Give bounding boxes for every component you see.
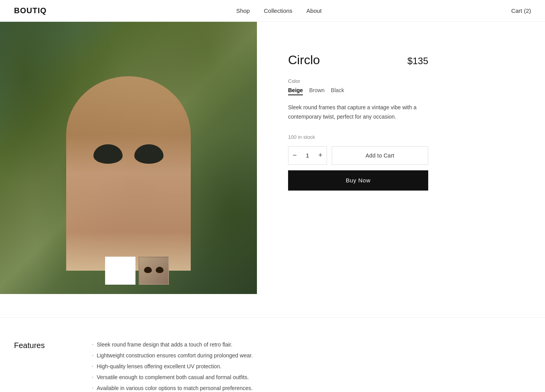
thumb-product-icon <box>144 267 164 275</box>
color-options: Beige Brown Black <box>288 87 428 95</box>
quantity-decrease-button[interactable]: − <box>288 146 301 165</box>
product-price: $135 <box>408 56 428 66</box>
feature-item-2: Lightweight construction ensures comfort… <box>92 352 253 359</box>
buy-now-button[interactable]: Buy Now <box>288 170 428 191</box>
features-title: Features <box>14 341 61 392</box>
purchase-row: − 1 + Add to Cart <box>288 146 428 165</box>
feature-item-4: Versatile enough to complement both casu… <box>92 374 253 381</box>
color-beige[interactable]: Beige <box>288 87 303 95</box>
navbar: BOUTIQ Shop Collections About Cart (2) <box>0 0 545 22</box>
stock-info: 100 in stock <box>288 134 428 140</box>
feature-item-1: Sleek round frame design that adds a tou… <box>92 341 253 348</box>
color-black[interactable]: Black <box>331 87 344 95</box>
thumbnail-2[interactable] <box>139 257 169 285</box>
color-section: Color Beige Brown Black <box>288 78 428 95</box>
model-silhouette <box>66 76 191 271</box>
features-list: Sleek round frame design that adds a tou… <box>92 341 253 392</box>
add-to-cart-button[interactable]: Add to Cart <box>332 146 428 165</box>
quantity-control: − 1 + <box>288 146 327 165</box>
main-product-image <box>0 22 257 294</box>
feature-item-3: High-quality lenses offering excellent U… <box>92 363 253 370</box>
thumbnail-1[interactable] <box>105 257 135 285</box>
product-description: Sleek round frames that capture a vintag… <box>288 103 428 122</box>
nav-collections-link[interactable]: Collections <box>264 7 292 14</box>
product-details: Circlo $135 Color Beige Brown Black Slee… <box>257 22 452 294</box>
product-header: Circlo $135 <box>288 53 428 67</box>
nav-links: Shop Collections About <box>236 7 322 14</box>
color-label: Color <box>288 78 428 84</box>
product-gallery <box>0 22 257 294</box>
product-name: Circlo <box>288 53 320 67</box>
quantity-increase-button[interactable]: + <box>314 146 327 165</box>
feature-item-5: Available in various color options to ma… <box>92 385 253 392</box>
site-logo[interactable]: BOUTIQ <box>14 6 47 15</box>
thumbnail-strip <box>105 257 169 285</box>
nav-about-link[interactable]: About <box>306 7 322 14</box>
color-brown[interactable]: Brown <box>309 87 325 95</box>
cart-link[interactable]: Cart (2) <box>511 7 531 14</box>
product-section: Circlo $135 Color Beige Brown Black Slee… <box>0 22 545 317</box>
nav-shop-link[interactable]: Shop <box>236 7 250 14</box>
quantity-value: 1 <box>301 152 314 159</box>
sunglasses-overlay <box>93 144 164 164</box>
features-section: Features Sleek round frame design that a… <box>0 317 545 392</box>
